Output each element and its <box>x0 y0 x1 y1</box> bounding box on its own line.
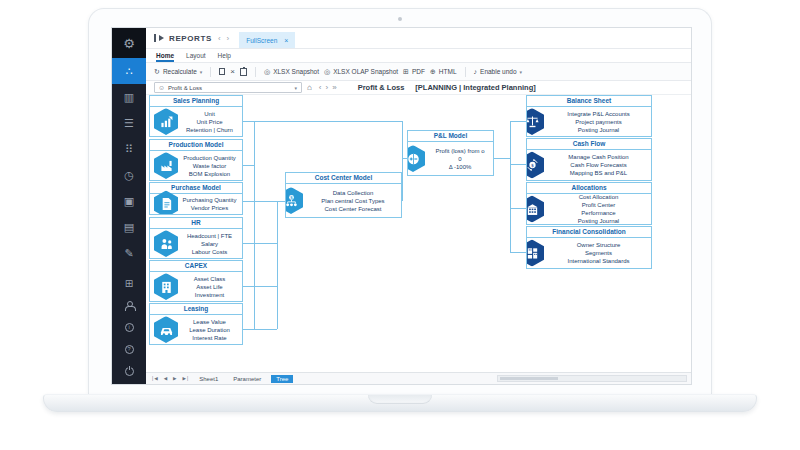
node-line: Unit Price <box>180 118 239 126</box>
toolbar: ↻ Recalculate ▾ × ◎ XLSX Snapshot ◎ <box>146 63 691 81</box>
node-line: Project payments <box>549 118 648 126</box>
scrollbar-thumb[interactable] <box>500 377 558 380</box>
node-production-model[interactable]: Production Model Production Quantity Was… <box>149 139 243 181</box>
node-line: Vendor Prices <box>180 204 239 212</box>
recalculate-button[interactable]: ↻ Recalculate ▾ <box>154 68 202 76</box>
node-line: Posting Journal <box>549 126 648 134</box>
page-forward-button[interactable]: › <box>326 83 329 92</box>
node-title: CAPEX <box>150 261 242 272</box>
connector-line <box>510 164 526 165</box>
sidebar-item-reports[interactable]: ∴ <box>112 58 146 84</box>
snapshot-icon: ◎ <box>264 68 270 76</box>
node-line: Investment <box>180 291 239 299</box>
connector-line <box>243 286 277 287</box>
menu-help[interactable]: Help <box>218 49 231 62</box>
sidebar-item-designer[interactable]: ✎ <box>112 240 146 266</box>
home-icon[interactable]: ⌂ <box>307 83 312 92</box>
horizontal-scrollbar[interactable] <box>497 375 687 382</box>
sidebar-item-scheduler[interactable]: ◷ <box>112 162 146 188</box>
recalculate-icon: ↻ <box>154 68 160 76</box>
connector-line <box>243 165 254 166</box>
sidebar-item-modeler[interactable]: ⠿ <box>112 136 146 162</box>
sidebar-item-database[interactable]: ☰ <box>112 110 146 136</box>
connector-line <box>510 121 526 122</box>
close-icon[interactable]: × <box>284 37 288 44</box>
sheet-tab-parameter[interactable]: Parameter <box>228 375 266 383</box>
app-window: ⚙ ∴ ▥ ☰ ⠿ ◷ ▣ ▤ ✎ ⊞ i ? <box>111 27 692 385</box>
sheet-first-button[interactable]: |◀ <box>152 376 159 381</box>
connector-line <box>510 208 526 209</box>
page-back-button[interactable]: ‹ <box>319 83 322 92</box>
panel-toggle-icon[interactable] <box>154 34 163 42</box>
node-cost-center-model[interactable]: Cost Center Model $ Data Collection Plan… <box>285 172 402 218</box>
sidebar-item-user[interactable] <box>112 294 146 316</box>
page-last-button[interactable]: » <box>332 83 336 92</box>
copy-icon[interactable] <box>219 68 225 75</box>
connector-line <box>254 121 255 329</box>
connector-line <box>494 158 510 159</box>
sidebar-item-marketplace[interactable]: ▤ <box>112 214 146 240</box>
designer-icon: ✎ <box>124 247 133 260</box>
sheet-last-button[interactable]: ▶| <box>183 376 190 381</box>
node-pnl-model[interactable]: P&L Model Profit (loss) from o 0 Δ -100% <box>407 130 494 176</box>
history-forward-button[interactable]: › <box>227 34 230 43</box>
node-allocations[interactable]: Allocations Cost Allocation Profit Cente… <box>526 182 652 225</box>
chevron-down-icon: ▾ <box>294 85 297 91</box>
sidebar-item-analytics[interactable]: ▥ <box>112 84 146 110</box>
report-selector[interactable]: ⊙ Profit & Loss ▾ <box>154 82 302 93</box>
node-capex[interactable]: CAPEX Asset Class Asset Life Investment <box>149 260 243 302</box>
sidebar-item-integrator[interactable]: ▣ <box>112 188 146 214</box>
node-title: Financial Consolidation <box>527 227 651 238</box>
menu-layout[interactable]: Layout <box>186 49 206 62</box>
sidebar-item-help[interactable]: ? <box>112 338 146 360</box>
sidebar-item-console[interactable]: ⊞ <box>112 272 146 294</box>
sidebar-item-info[interactable]: i <box>112 316 146 338</box>
node-purchase-model[interactable]: Purchase Model Purchasing Quantity Vendo… <box>149 182 243 215</box>
app-title: REPORTS <box>169 34 212 43</box>
sidebar-bottom: ⊞ i ? <box>112 272 146 384</box>
node-line: Cost Allocation <box>549 193 648 201</box>
xlsx-snapshot-button[interactable]: ◎ XLSX Snapshot <box>264 68 319 76</box>
svg-text:$: $ <box>531 163 534 168</box>
node-leasing[interactable]: Leasing Lease Value Lease Duration Inter… <box>149 303 243 345</box>
pdf-icon: ⊞ <box>403 68 409 76</box>
node-line: Purchasing Quantity <box>180 196 239 204</box>
sheet-next-button[interactable]: ▶ <box>173 376 177 381</box>
sheet-tab-tree[interactable]: Tree <box>271 375 293 383</box>
paste-icon[interactable] <box>240 68 247 76</box>
database-icon: ☰ <box>124 117 134 130</box>
help-icon: ? <box>125 345 134 354</box>
node-line: Profit Center <box>549 201 648 209</box>
node-financial-consolidation[interactable]: Financial Consolidation Owner Structure … <box>526 226 652 269</box>
sidebar-item-logout[interactable] <box>112 360 146 382</box>
sheet-prev-button[interactable]: ◀ <box>164 376 168 381</box>
cut-icon[interactable]: × <box>230 68 235 76</box>
menu-home[interactable]: Home <box>156 49 174 62</box>
node-title: Balance Sheet <box>527 96 651 107</box>
titlebar: REPORTS ‹ › FullScreen × <box>146 28 691 49</box>
sheet-tab-sheet1[interactable]: Sheet1 <box>194 375 223 383</box>
scheduler-icon: ◷ <box>124 169 134 182</box>
connector-line <box>510 121 511 252</box>
node-line: Segments <box>549 249 648 257</box>
node-line: Cost Center Forecast <box>308 205 398 213</box>
node-hr[interactable]: HR Headcount | FTE Salary Labour Costs <box>149 217 243 259</box>
analytics-icon: ▥ <box>124 91 134 104</box>
sheet-bar: |◀ ◀ ▶ ▶| Sheet1 Parameter Tree <box>146 372 691 384</box>
xlsx-olap-snapshot-button[interactable]: ◎ XLSX OLAP Snapshot <box>324 68 398 76</box>
node-line: Plan central Cost Types <box>308 197 398 205</box>
node-line: Owner Structure <box>549 241 648 249</box>
node-title: Cost Center Model <box>286 173 401 184</box>
enable-undo-button[interactable]: ♪ Enable undo ▾ <box>474 68 523 75</box>
tab-fullscreen[interactable]: FullScreen × <box>239 32 295 48</box>
node-cash-flow[interactable]: Cash Flow $ Manage Cash Position Cash Fl… <box>526 138 652 181</box>
laptop-notch <box>368 395 432 404</box>
html-button[interactable]: ⊕ HTML <box>430 68 457 76</box>
node-line: Posting Journal <box>549 217 648 225</box>
node-line: Manage Cash Position <box>549 153 648 161</box>
pdf-button[interactable]: ⊞ PDF <box>403 68 425 76</box>
integrator-icon: ▣ <box>124 195 134 208</box>
history-back-button[interactable]: ‹ <box>218 34 221 43</box>
node-balance-sheet[interactable]: Balance Sheet Integrate P&L Accounts Pro… <box>526 95 652 137</box>
node-sales-planning[interactable]: Sales Planning Unit Unit Price Retention… <box>149 95 243 137</box>
